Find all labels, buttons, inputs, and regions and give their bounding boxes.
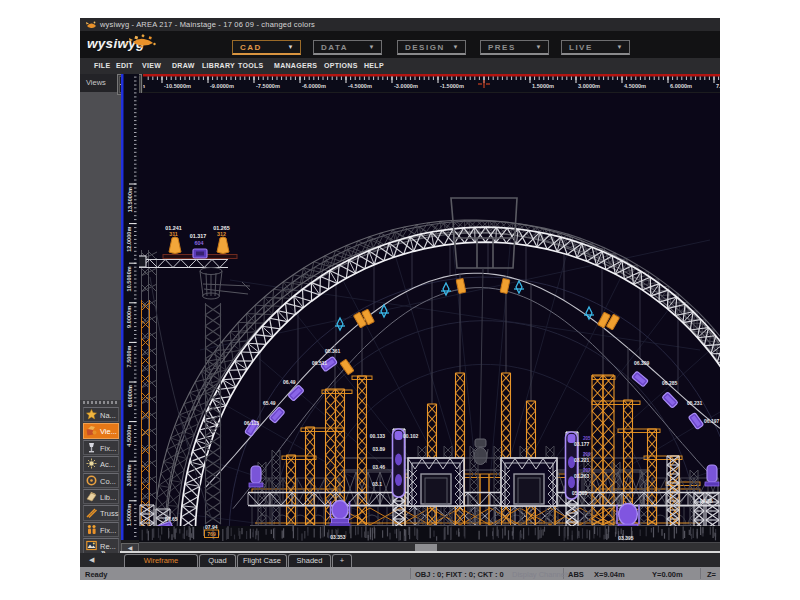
svg-text:03.221: 03.221	[574, 457, 590, 463]
svg-text:206: 206	[583, 452, 591, 457]
svg-text:-1.5000m: -1.5000m	[440, 83, 464, 89]
svg-text:01.265: 01.265	[213, 225, 230, 231]
svg-text:01.241: 01.241	[165, 225, 182, 231]
svg-text:-3.0000m: -3.0000m	[394, 83, 418, 89]
svg-text:06.285: 06.285	[662, 380, 678, 386]
svg-text:03.1: 03.1	[372, 481, 382, 487]
svg-text:06.49: 06.49	[283, 379, 296, 385]
svg-text:05.305: 05.305	[572, 490, 588, 496]
svg-text:312: 312	[217, 231, 226, 237]
svg-text:03.177: 03.177	[574, 441, 590, 447]
svg-text:7.5000m: 7.5000m	[716, 83, 720, 89]
svg-text:4.5000m: 4.5000m	[624, 83, 646, 89]
svg-text:6.0000m: 6.0000m	[127, 385, 133, 407]
svg-text:-10.5000m: -10.5000m	[164, 83, 191, 89]
svg-text:4.5000m: 4.5000m	[127, 425, 133, 447]
svg-text:1.5000m: 1.5000m	[127, 504, 133, 526]
svg-text:604: 604	[195, 240, 204, 246]
svg-text:1.5000m: 1.5000m	[532, 83, 554, 89]
svg-text:05.361: 05.361	[325, 348, 341, 354]
svg-text:65.49: 65.49	[263, 400, 276, 406]
svg-text:-6.0000m: -6.0000m	[302, 83, 326, 89]
svg-text:3.0000m: 3.0000m	[127, 464, 133, 486]
svg-text:07.65: 07.65	[165, 516, 178, 522]
svg-text:6.0000m: 6.0000m	[670, 83, 692, 89]
svg-text:-4.5000m: -4.5000m	[348, 83, 372, 89]
svg-text:13.5000m: 13.5000m	[127, 187, 133, 212]
svg-text:06.197: 06.197	[704, 418, 720, 424]
svg-text:03.353: 03.353	[330, 534, 346, 540]
svg-text:01.317: 01.317	[190, 233, 207, 239]
svg-text:10.5000m: 10.5000m	[127, 266, 133, 291]
svg-text:769: 769	[207, 531, 216, 537]
svg-text:03.395: 03.395	[618, 535, 634, 541]
svg-text:-9.0000m: -9.0000m	[210, 83, 234, 89]
svg-text:9.0000m: 9.0000m	[127, 306, 133, 328]
svg-text:00.102: 00.102	[403, 433, 419, 439]
svg-text:06.511: 06.511	[312, 360, 327, 366]
svg-text:05.231: 05.231	[687, 400, 703, 406]
svg-text:03.89: 03.89	[372, 446, 385, 452]
svg-text:00.133: 00.133	[370, 433, 386, 439]
svg-text:207: 207	[583, 468, 591, 473]
svg-text:-7.5000m: -7.5000m	[256, 83, 280, 89]
svg-text:-12.0000m: -12.0000m	[143, 83, 145, 89]
svg-text:3.0000m: 3.0000m	[578, 83, 600, 89]
svg-text:7.5000m: 7.5000m	[127, 345, 133, 367]
svg-text:07.94: 07.94	[205, 524, 218, 530]
svg-text:12.0000m: 12.0000m	[127, 227, 133, 252]
svg-text:06.113: 06.113	[244, 420, 259, 426]
svg-text:06.309: 06.309	[634, 360, 650, 366]
svg-text:311: 311	[169, 231, 178, 237]
svg-text:205: 205	[583, 436, 591, 441]
svg-text:04.28: 04.28	[700, 498, 713, 504]
svg-text:03.263: 03.263	[574, 473, 590, 479]
svg-text:03.46: 03.46	[372, 464, 385, 470]
